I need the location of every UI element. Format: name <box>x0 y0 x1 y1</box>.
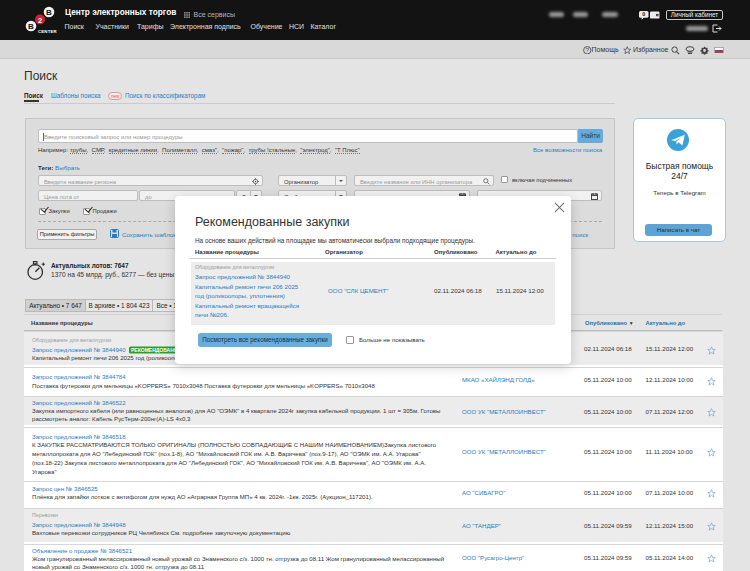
svg-text:CENTER: CENTER <box>38 29 57 34</box>
svg-text:B: B <box>46 8 52 17</box>
svg-text:2: 2 <box>38 16 42 25</box>
svg-text:0: 0 <box>642 11 645 17</box>
svg-text:B: B <box>28 22 34 31</box>
svg-text:?: ? <box>586 47 589 53</box>
